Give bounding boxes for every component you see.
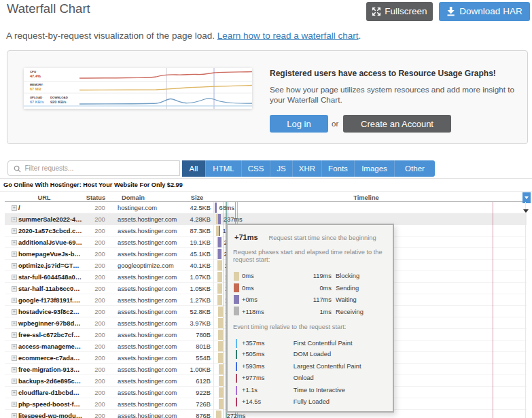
svg-text:47.4%: 47.4%: [30, 74, 41, 78]
svg-text:MEMORY: MEMORY: [30, 83, 43, 86]
svg-text:UPLOAD: UPLOAD: [30, 96, 42, 99]
svg-text:CPU: CPU: [30, 69, 36, 73]
svg-text:DOWNLOAD: DOWNLOAD: [50, 96, 68, 99]
svg-text:67 KB/s: 67 KB/s: [30, 100, 44, 104]
svg-text:920 KB/s: 920 KB/s: [50, 100, 67, 104]
svg-text:67 MB: 67 MB: [30, 86, 41, 90]
